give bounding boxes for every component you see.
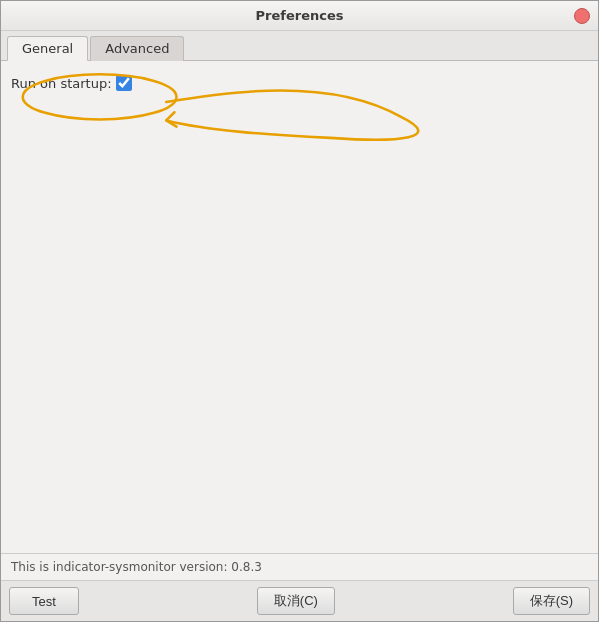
window-title: Preferences: [256, 8, 344, 23]
test-button[interactable]: Test: [9, 587, 79, 615]
content-area: Run on startup:: [1, 61, 598, 553]
annotation-arrow: [1, 61, 598, 553]
save-button[interactable]: 保存(S): [513, 587, 590, 615]
tab-advanced[interactable]: Advanced: [90, 36, 184, 61]
button-bar: Test 取消(C) 保存(S): [1, 580, 598, 621]
status-bar: This is indicator-sysmonitor version: 0.…: [1, 553, 598, 580]
tab-general[interactable]: General: [7, 36, 88, 61]
run-on-startup-row: Run on startup:: [11, 75, 588, 91]
title-bar: Preferences: [1, 1, 598, 31]
tab-bar: General Advanced: [1, 31, 598, 61]
run-on-startup-checkbox[interactable]: [116, 75, 132, 91]
run-on-startup-label: Run on startup:: [11, 76, 112, 91]
close-button[interactable]: [574, 8, 590, 24]
cancel-button[interactable]: 取消(C): [257, 587, 335, 615]
version-text: This is indicator-sysmonitor version: 0.…: [11, 560, 262, 574]
preferences-window: Preferences General Advanced Run on star…: [0, 0, 599, 622]
